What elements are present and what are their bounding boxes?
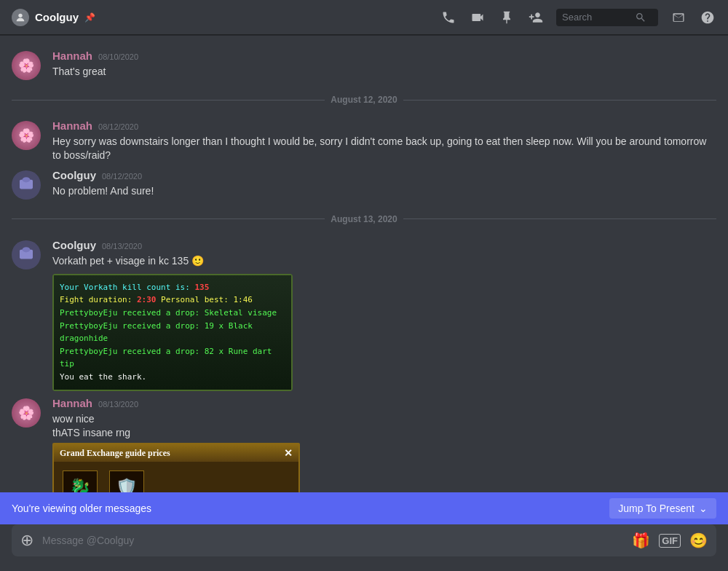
message-content: Hannah 08/10/2020 That's great	[52, 50, 716, 80]
message-header: Hannah 08/12/2020	[52, 119, 716, 132]
header: Coolguy 📌	[0, 0, 728, 35]
message-username: Coolguy	[52, 239, 96, 251]
search-input[interactable]	[562, 12, 635, 23]
input-area: ⊕ 🎁 GIF 😊	[0, 524, 728, 571]
notification-text: You're viewing older messages	[12, 503, 151, 514]
message-line-1: wow nice	[52, 412, 716, 426]
ge-item-icon: 🛡️	[109, 470, 144, 492]
divider-line	[403, 100, 716, 101]
add-friend-icon[interactable]	[527, 9, 545, 26]
gift-icon[interactable]: 🎁	[632, 532, 650, 549]
date-divider-text: August 12, 2020	[331, 95, 397, 105]
ge-title: Grand Exchange guide prices	[60, 448, 170, 459]
ge-body: 🐉 250×704 +176,000 🛡️ 150×150 +22,400	[54, 462, 298, 492]
message-timestamp: 08/13/2020	[98, 400, 138, 409]
ge-embed: Grand Exchange guide prices ✕ 🐉 250×704 …	[52, 443, 300, 492]
message-header: Coolguy 08/13/2020	[52, 239, 716, 251]
game-line: Fight duration: 2:30 Personal best: 1:46	[60, 294, 285, 307]
notification-bar: You're viewing older messages Jump To Pr…	[0, 492, 728, 524]
input-icons: 🎁 GIF 😊	[632, 532, 708, 549]
ge-item: 🐉 250×704 +176,000	[63, 470, 98, 492]
inbox-icon[interactable]	[670, 9, 687, 26]
message-timestamp: 08/10/2020	[98, 52, 138, 61]
message-content: Hannah 08/13/2020 wow nice thATS insane …	[52, 397, 716, 493]
message-text-content: Vorkath pet + visage in kc 135 🙂	[52, 255, 204, 267]
message-group: Coolguy 08/12/2020 No problem! And sure!	[0, 166, 728, 202]
svg-rect-3	[23, 177, 31, 182]
message-group: 🌸 Hannah 08/10/2020 That's great	[0, 47, 728, 83]
avatar	[12, 170, 41, 200]
message-input-wrap: ⊕ 🎁 GIF 😊	[12, 524, 716, 556]
gif-button[interactable]: GIF	[659, 534, 681, 548]
game-line: Your Vorkath kill count is: 135	[60, 281, 285, 294]
divider-line	[12, 100, 325, 101]
message-line-2: thATS insane rng	[52, 426, 716, 440]
message-text: That's great	[52, 65, 716, 79]
message-header: Hannah 08/10/2020	[52, 50, 716, 62]
date-divider-text: August 13, 2020	[331, 214, 397, 224]
message-input[interactable]	[42, 535, 623, 546]
header-pin: 📌	[84, 12, 95, 23]
ge-item-icon: 🐉	[63, 470, 98, 492]
ge-item: 🛡️ 150×150 +22,400	[109, 470, 144, 492]
header-icons	[440, 9, 716, 26]
message-group: 🌸 Hannah 08/12/2020 Hey sorry was downst…	[0, 117, 728, 166]
message-username: Hannah	[52, 397, 92, 409]
jump-to-present-button[interactable]: Jump To Present ⌄	[609, 498, 716, 519]
message-header: Coolguy 08/12/2020	[52, 169, 716, 181]
message-timestamp: 08/12/2020	[98, 122, 138, 131]
game-line: PrettyboyEju received a drop: Skeletal v…	[60, 307, 285, 320]
game-line: PrettyboyEju received a drop: 82 x Rune …	[60, 345, 285, 371]
avatar: 🌸	[12, 398, 41, 428]
message-username: Hannah	[52, 119, 92, 132]
video-icon[interactable]	[469, 9, 486, 26]
divider-line	[403, 218, 716, 219]
ge-close-button[interactable]: ✕	[284, 447, 293, 459]
channel-icon	[12, 9, 29, 26]
svg-rect-6	[23, 247, 31, 252]
message-content: Coolguy 08/12/2020 No problem! And sure!	[52, 169, 716, 200]
message-username: Hannah	[52, 50, 92, 62]
avatar	[12, 240, 41, 269]
game-embed-content: Your Vorkath kill count is: 135 Fight du…	[52, 274, 293, 391]
add-attachment-button[interactable]: ⊕	[20, 531, 33, 550]
pin-icon[interactable]	[498, 9, 515, 26]
date-divider: August 13, 2020	[0, 202, 728, 236]
svg-point-0	[18, 13, 22, 17]
help-icon[interactable]	[699, 9, 716, 26]
avatar: 🌸	[12, 121, 41, 150]
call-icon[interactable]	[440, 9, 457, 26]
divider-line	[12, 218, 325, 219]
message-content: Hannah 08/12/2020 Hey sorry was downstai…	[52, 119, 716, 163]
search-bar[interactable]	[556, 9, 658, 26]
ge-title-bar: Grand Exchange guide prices ✕	[54, 444, 298, 462]
emoji-button[interactable]: 😊	[689, 532, 708, 549]
messages-area: 🌸 Hannah 08/10/2020 That's great August …	[0, 35, 728, 492]
game-embed: Your Vorkath kill count is: 135 Fight du…	[52, 274, 293, 391]
message-text: wow nice thATS insane rng	[52, 412, 716, 441]
message-text: Hey sorry was downstairs longer than I t…	[52, 135, 716, 163]
message-group: 🌸 Hannah 08/13/2020 wow nice thATS insan…	[0, 394, 728, 493]
message-text: No problem! And sure!	[52, 184, 716, 198]
date-divider: August 12, 2020	[0, 83, 728, 117]
message-text: Vorkath pet + visage in kc 135 🙂	[52, 254, 716, 268]
game-line: You eat the shark.	[60, 371, 285, 384]
header-left: Coolguy 📌	[12, 9, 431, 26]
message-content: Coolguy 08/13/2020 Vorkath pet + visage …	[52, 239, 716, 391]
avatar: 🌸	[12, 51, 41, 80]
message-timestamp: 08/13/2020	[102, 242, 142, 251]
message-username: Coolguy	[52, 169, 96, 181]
message-header: Hannah 08/13/2020	[52, 397, 716, 409]
jump-label: Jump To Present	[618, 503, 695, 514]
message-group: Coolguy 08/13/2020 Vorkath pet + visage …	[0, 236, 728, 394]
chevron-down-icon: ⌄	[699, 503, 708, 514]
header-title: Coolguy	[35, 11, 79, 23]
message-timestamp: 08/12/2020	[102, 172, 142, 181]
game-line: PrettyboyEju received a drop: 19 x Black…	[60, 320, 285, 345]
